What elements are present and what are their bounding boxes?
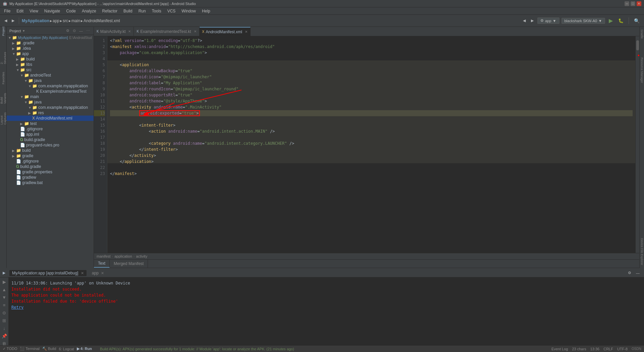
tree-item-com-main[interactable]: ▼ 📁 com.example.myapplication — [7, 105, 94, 110]
device-dropdown[interactable]: blackshark SKW-A0 ▼ — [561, 18, 605, 24]
close-run-tab-app[interactable]: ✕ — [101, 271, 104, 275]
tab-text[interactable]: Text — [94, 260, 110, 268]
scroll-from-source-btn[interactable]: ⊙ — [72, 28, 77, 33]
tree-item-gradle[interactable]: ▶ 📁 .gradle — [7, 40, 94, 46]
layout-captures-icon[interactable]: Layout Captures — [0, 116, 6, 122]
menu-edit[interactable]: Edit — [14, 8, 26, 14]
tree-item-com-test[interactable]: ▼ 📁 com.example.myapplication — [7, 83, 94, 89]
tree-item-proguard[interactable]: 📄 proguard-rules.pro — [7, 142, 94, 148]
close-mainactivity-tab[interactable]: ✕ — [128, 30, 131, 33]
tree-item-androidmanifest[interactable]: X AndroidManifest.xml — [7, 116, 94, 121]
device-file-explorer-btn[interactable]: Device File Explorer — [640, 235, 644, 268]
menu-code[interactable]: Code — [63, 8, 78, 14]
tree-item-build-gradle-root[interactable]: G build.gradle — [7, 164, 94, 169]
search-btn[interactable]: 🔍 — [632, 17, 641, 25]
tree-item-libs[interactable]: ▶ 📁 libs — [7, 62, 94, 67]
run-pin-btn[interactable]: 📌 — [1, 333, 8, 339]
breadcrumb-activity[interactable]: activity — [136, 254, 148, 258]
tab-merged-manifest[interactable]: Merged Manifest — [110, 260, 148, 268]
tree-item-gradle-properties[interactable]: 📄 gradle.properties — [7, 169, 94, 175]
retry-link[interactable]: Retry — [11, 305, 23, 310]
tree-item-java-main[interactable]: ▼ 📁 java — [7, 99, 94, 105]
nav-prev-btn[interactable]: ◀ — [521, 17, 527, 24]
collapse-btn[interactable]: — — [78, 28, 84, 33]
config-dropdown[interactable]: ⚙ app ▼ — [537, 17, 559, 24]
menu-tools[interactable]: Tools — [149, 8, 164, 14]
logcat-tab[interactable]: 6: Logcat — [59, 347, 74, 351]
menu-vcs[interactable]: VCS — [165, 8, 178, 14]
event-log-btn[interactable]: Event Log — [551, 347, 568, 351]
tree-item-gitignore-app[interactable]: 📄 .gitignore — [7, 126, 94, 132]
close-btn[interactable]: ✕ — [637, 1, 641, 6]
expand-btn[interactable]: ⋯ — [85, 28, 91, 33]
tree-item-gradlew-bat[interactable]: 📄 gradlew.bat — [7, 180, 94, 185]
breadcrumb-application[interactable]: application — [114, 254, 132, 258]
minimize-btn[interactable]: ─ — [625, 1, 629, 6]
run-settings-btn[interactable]: ⚙ — [626, 270, 633, 276]
tree-item-app-iml[interactable]: 📄 app.iml — [7, 132, 94, 137]
tree-item-exinstrumentedtest[interactable]: K ExampleInstrumentedTest — [7, 89, 94, 94]
resource-manager-btn[interactable]: Resource Manager — [640, 55, 644, 86]
tree-item-java-test[interactable]: ▼ 📁 java — [7, 78, 94, 83]
crlf-status[interactable]: CRLF — [603, 347, 613, 351]
tree-item-test[interactable]: ▶ 📁 test — [7, 121, 94, 126]
build-variants-icon[interactable]: Build Variants — [0, 95, 6, 101]
nav-next-btn[interactable]: ▶ — [529, 17, 535, 24]
code-content[interactable]: <?xml version="1.0" encoding="utf-8"?> <… — [107, 36, 635, 253]
debug-btn[interactable]: 🐛 — [616, 17, 625, 24]
run-line-retry[interactable]: Retry — [11, 304, 641, 310]
tree-item-build-root[interactable]: ▶ 📁 build — [7, 148, 94, 153]
scroll-thumb[interactable] — [636, 40, 639, 50]
menu-build[interactable]: Build — [121, 8, 135, 14]
close-run-tab-main[interactable]: ✕ — [81, 271, 84, 275]
close-exampletest-tab[interactable]: ✕ — [194, 30, 197, 33]
run-tab-app[interactable]: app ✕ — [89, 270, 107, 276]
tab-androidmanifest[interactable]: X AndroidManifest.xml ✕ — [200, 27, 251, 36]
forward-btn[interactable]: ▶ — [10, 17, 16, 24]
build-tab[interactable]: 🔨 Build — [42, 347, 56, 351]
maximize-btn[interactable]: □ — [631, 1, 635, 6]
tab-exampletest[interactable]: K ExampleInstrumentedTest.kt ✕ — [134, 27, 199, 36]
line-col-status[interactable]: 13:36 — [590, 347, 600, 351]
menu-analyze[interactable]: Analyze — [79, 8, 99, 14]
tree-item-androidtest[interactable]: ▼ 📁 androidTest — [7, 73, 94, 78]
menu-window[interactable]: Window — [179, 8, 199, 14]
run-btn[interactable]: ▶ — [607, 16, 614, 25]
close-androidmanifest-tab[interactable]: ✕ — [245, 30, 248, 34]
tree-item-idea[interactable]: ▶ 📁 .idea — [7, 46, 94, 51]
tree-item-gradle-root[interactable]: ▶ 📁 gradle — [7, 153, 94, 159]
favorites-icon[interactable]: Favorites — [0, 75, 6, 81]
run-play-btn[interactable]: ▶ — [2, 279, 7, 285]
tree-item-app[interactable]: ▼ 📁 app — [7, 51, 94, 56]
run-tab-main[interactable]: MyApplication:app [app:installDebug] ✕ — [9, 270, 87, 276]
gradle-panel-btn[interactable]: Gradle — [640, 27, 644, 41]
run-scroll-btn[interactable]: ↓ — [2, 325, 6, 332]
menu-refactor[interactable]: Refactor — [100, 8, 120, 14]
run-close-btn[interactable]: — — [634, 270, 641, 276]
tree-item-gitignore-root[interactable]: 📄 .gitignore — [7, 159, 94, 164]
tree-item-src[interactable]: ▼ 📁 src — [7, 67, 94, 73]
tree-item-main[interactable]: ▼ 📁 main — [7, 94, 94, 99]
menu-file[interactable]: File — [1, 8, 13, 14]
tree-item-build-app[interactable]: ▶ 📁 build — [7, 56, 94, 62]
todo-tab[interactable]: ✓ TODO — [3, 347, 17, 351]
tree-item-res[interactable]: ▶ 📁 res — [7, 110, 94, 116]
tree-item-gradlew[interactable]: 📄 gradlew — [7, 175, 94, 180]
code-editor[interactable]: 12345 678910 1112131415 1617181920 21222… — [94, 36, 639, 253]
menu-run[interactable]: Run — [136, 8, 149, 14]
run-up-btn[interactable]: ▲ — [1, 287, 7, 293]
tree-item-root[interactable]: ▼ 📁 MyApplication [My Application] E:\An… — [7, 35, 94, 40]
settings-btn[interactable]: ⚙ — [65, 28, 70, 33]
project-icon[interactable]: Project — [0, 28, 6, 34]
run-trash-btn[interactable]: 🗑 — [1, 341, 7, 345]
tree-item-build-gradle-app[interactable]: G build.gradle — [7, 137, 94, 142]
breadcrumb-manifest[interactable]: manifest — [97, 254, 111, 258]
run-tab-status[interactable]: ▶ 4: Run — [77, 347, 92, 351]
tab-mainactivity[interactable]: K MainActivity.kt ✕ — [94, 27, 134, 36]
run-softref-btn[interactable]: ⊝ — [2, 310, 7, 316]
structure-icon[interactable]: 2: Structure — [0, 55, 6, 61]
menu-help[interactable]: Help — [199, 8, 213, 14]
run-down-btn[interactable]: ▼ — [1, 294, 7, 301]
menu-navigate[interactable]: Navigate — [42, 8, 63, 14]
vertical-scrollbar[interactable] — [635, 36, 639, 253]
